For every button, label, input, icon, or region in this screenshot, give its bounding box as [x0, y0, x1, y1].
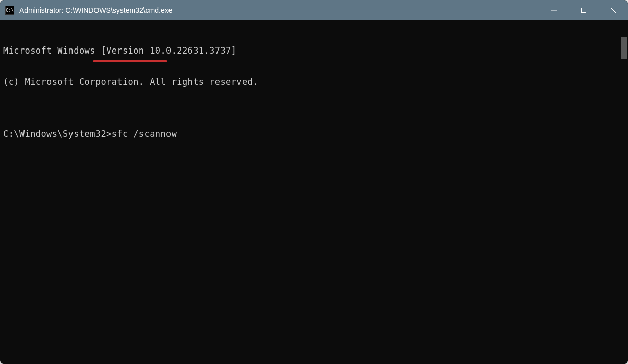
- cmd-app-icon: C:\: [5, 6, 14, 15]
- window-title: Administrator: C:\WINDOWS\system32\cmd.e…: [19, 6, 539, 14]
- close-button[interactable]: [598, 0, 628, 20]
- minimize-button[interactable]: [539, 0, 569, 20]
- maximize-icon: [581, 7, 587, 13]
- console-line: (c) Microsoft Corporation. All rights re…: [3, 77, 617, 87]
- console-prompt-line: C:\Windows\System32>sfc /scannow: [3, 129, 617, 139]
- maximize-button[interactable]: [569, 0, 598, 20]
- command-underline-annotation: [93, 60, 167, 62]
- vertical-scrollbar[interactable]: [620, 20, 628, 364]
- console-line: Microsoft Windows [Version 10.0.22631.37…: [3, 45, 617, 56]
- scrollbar-thumb[interactable]: [621, 37, 627, 59]
- minimize-icon: [551, 7, 557, 13]
- svg-rect-1: [582, 8, 586, 13]
- console-output[interactable]: Microsoft Windows [Version 10.0.22631.37…: [0, 20, 620, 364]
- window-controls: [539, 0, 628, 20]
- close-icon: [610, 7, 616, 13]
- console-area: Microsoft Windows [Version 10.0.22631.37…: [0, 20, 628, 364]
- cmd-window: C:\ Administrator: C:\WINDOWS\system32\c…: [0, 0, 628, 364]
- titlebar[interactable]: C:\ Administrator: C:\WINDOWS\system32\c…: [0, 0, 628, 20]
